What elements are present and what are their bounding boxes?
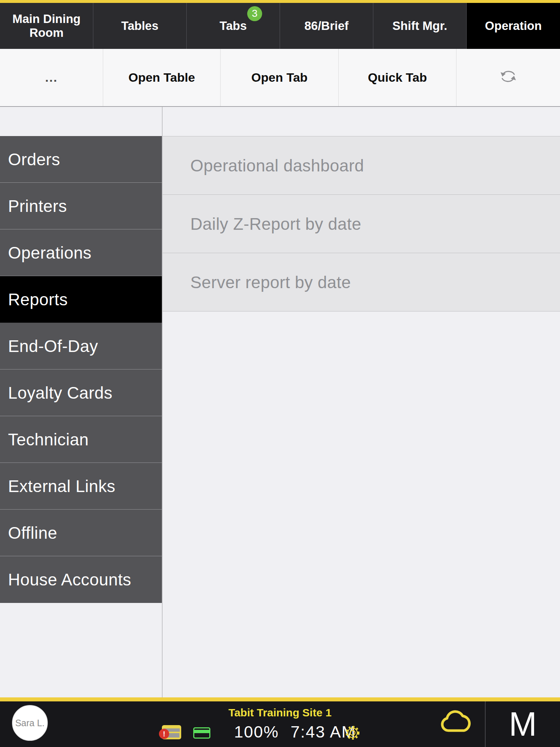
sidebar-item-technician[interactable]: Technician: [0, 416, 162, 463]
site-name: Tabit Training Site 1: [0, 707, 560, 719]
tabs-count-badge: 3: [247, 6, 262, 21]
sidebar-item-end-of-day[interactable]: End-Of-Day: [0, 323, 162, 369]
sidebar-item-external-links[interactable]: External Links: [0, 463, 162, 510]
cloud-icon[interactable]: [439, 709, 473, 733]
battery-percent: 100%: [234, 723, 279, 742]
tab-tabs[interactable]: Tabs 3: [187, 3, 280, 49]
card-stripe: [194, 730, 209, 733]
tab-label: 86/Brief: [304, 19, 349, 33]
pos-app-screen: Main Dining Room Tables Tabs 3 86/Brief …: [0, 0, 560, 747]
tab-main-dining-room[interactable]: Main Dining Room: [0, 3, 93, 49]
settings-sidebar: Orders Printers Operations Reports End-O…: [0, 136, 162, 603]
sidebar-item-loyalty-cards[interactable]: Loyalty Cards: [0, 369, 162, 416]
status-bar: Sara L. ! Tabit Training Site 1 100% 7:4…: [0, 701, 560, 747]
tab-operation[interactable]: Operation: [467, 3, 560, 49]
alert-badge: !: [159, 729, 169, 739]
refresh-button[interactable]: [456, 49, 560, 106]
sidebar-item-reports[interactable]: Reports: [0, 276, 162, 323]
tab-tables[interactable]: Tables: [93, 3, 187, 49]
action-toolbar: ... Open Table Open Tab Quick Tab: [0, 49, 560, 107]
gear-icon[interactable]: [344, 724, 361, 741]
list-item-server-report[interactable]: Server report by date: [163, 253, 560, 311]
bottom-accent-strip: [0, 697, 560, 701]
card-alert-icon[interactable]: !: [162, 725, 181, 739]
card-icon[interactable]: [193, 727, 210, 739]
tab-label: Operation: [485, 19, 542, 33]
sidebar-item-printers[interactable]: Printers: [0, 183, 162, 229]
more-actions-button[interactable]: ...: [0, 49, 103, 106]
sidebar-item-operations[interactable]: Operations: [0, 229, 162, 276]
top-nav-bar: Main Dining Room Tables Tabs 3 86/Brief …: [0, 3, 560, 49]
mode-indicator[interactable]: M: [486, 701, 560, 747]
tab-shift-mgr[interactable]: Shift Mgr.: [373, 3, 467, 49]
battery-time-readout: 100% 7:43 AM: [234, 723, 356, 742]
reports-list: Operational dashboard Daily Z-Report by …: [163, 136, 560, 311]
sidebar-item-offline[interactable]: Offline: [0, 510, 162, 556]
tab-label: Tabs: [219, 19, 247, 33]
tab-label: Shift Mgr.: [392, 19, 447, 33]
refresh-icon: [498, 67, 519, 88]
sidebar-item-orders[interactable]: Orders: [0, 136, 162, 183]
quick-tab-button[interactable]: Quick Tab: [339, 49, 456, 106]
tab-86-brief[interactable]: 86/Brief: [280, 3, 373, 49]
open-table-button[interactable]: Open Table: [103, 49, 221, 106]
open-tab-button[interactable]: Open Tab: [221, 49, 339, 106]
top-accent-strip: [0, 0, 560, 3]
list-item-daily-z-report[interactable]: Daily Z-Report by date: [163, 195, 560, 253]
user-name: Sara L.: [15, 718, 45, 728]
list-item-operational-dashboard[interactable]: Operational dashboard: [163, 136, 560, 195]
sidebar-item-house-accounts[interactable]: House Accounts: [0, 556, 162, 603]
tab-label: Main Dining Room: [8, 12, 85, 40]
tab-label: Tables: [121, 19, 158, 33]
